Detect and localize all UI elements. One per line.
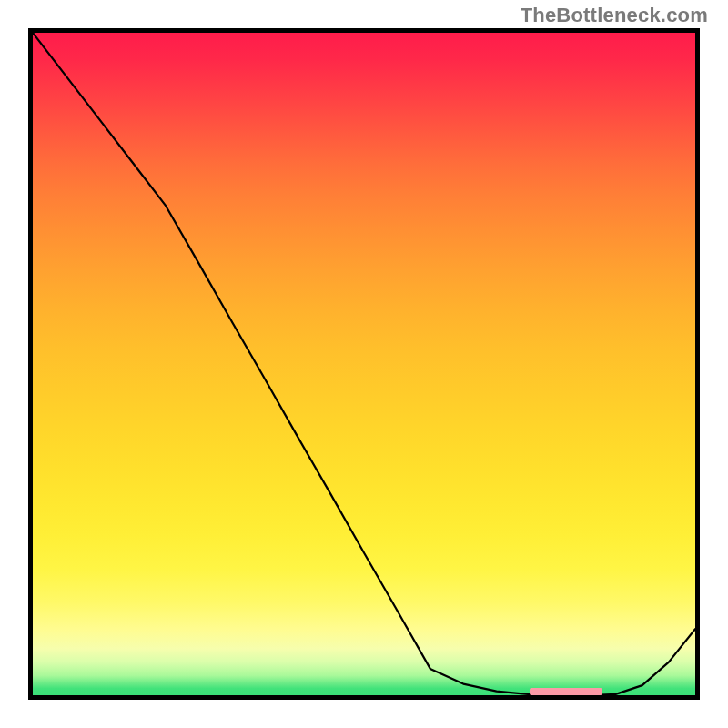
watermark-text: TheBottleneck.com: [521, 4, 708, 27]
chart-plot-area: [28, 28, 700, 700]
chart-svg: [33, 33, 695, 695]
chart-curve-line: [33, 33, 695, 695]
optimal-band-marker: [530, 688, 602, 695]
